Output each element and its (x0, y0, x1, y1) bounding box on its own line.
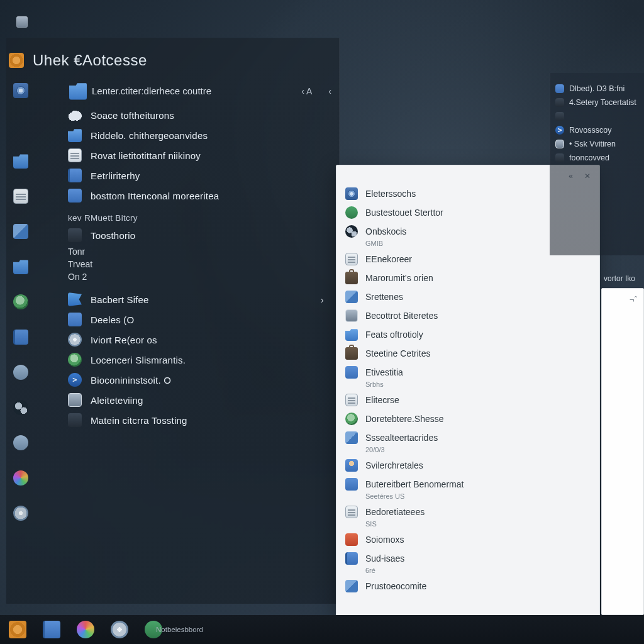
header-back-icon[interactable]: ‹ A (301, 86, 312, 96)
bgwin-line-text: • Ssk Vvitiren (569, 140, 616, 148)
start-plain-item[interactable]: Tonr (38, 245, 334, 258)
start-menu-item[interactable]: Bioconininstsoit. O (38, 370, 334, 390)
start-menu-item[interactable]: Riddelo. chithergeoanvides (38, 125, 334, 145)
box-icon (555, 140, 564, 148)
folder-icon (68, 128, 82, 142)
flyout-item-label: Onbskocis (365, 226, 406, 236)
brief-icon (345, 347, 358, 360)
flyout-item[interactable]: Steetine Cetrites (343, 344, 593, 363)
flyout-item[interactable]: Elitecrse (343, 391, 593, 409)
flyout-item[interactable]: Sud-isaes (343, 549, 593, 568)
flyout-item[interactable]: Prustoeocomite (343, 577, 593, 596)
link-icon[interactable] (13, 435, 28, 450)
flyout-item-sublabel: 20/0/3 (343, 446, 593, 456)
disc-icon[interactable] (13, 506, 28, 521)
taskbar-item[interactable] (43, 621, 60, 638)
bgwin-line: • Ssk Vvitiren (555, 137, 639, 151)
folder-icon[interactable] (13, 259, 28, 274)
flyout-item-sublabel: 6ré (343, 567, 593, 577)
taskbar-item[interactable] (77, 621, 94, 638)
globe-icon (345, 413, 358, 425)
flyout-item[interactable]: Srettenes (343, 287, 593, 306)
bgwin-line: fooncovved (555, 151, 639, 165)
globe-icon[interactable] (13, 294, 28, 309)
disc-icon (111, 621, 128, 638)
flyout-item-label: Bustestouet Sterttor (365, 208, 443, 218)
start-menu-item-label: bosttom Ittenconal moreeritea (91, 191, 219, 201)
brief-icon (345, 272, 358, 284)
flyout-item[interactable]: Feats oftrotioly (343, 325, 593, 344)
start-menu-item[interactable]: Bacbert Sifee› (38, 289, 334, 309)
link-icon[interactable] (13, 365, 28, 380)
taskbar-item[interactable]: Notbeiesbbord (145, 621, 203, 638)
book-icon (43, 621, 60, 638)
doc-icon[interactable] (13, 189, 28, 204)
start-menu-item-label: Matein citcrra Tossting (91, 415, 187, 426)
camera-icon[interactable] (13, 83, 28, 98)
globe-icon (68, 353, 82, 367)
start-menu-item[interactable]: Toosthorio (38, 225, 334, 245)
flyout-item-label: Elitecrse (365, 395, 399, 405)
paint-icon[interactable] (13, 470, 28, 486)
doc-icon (68, 148, 82, 162)
cloud-icon (68, 108, 82, 122)
start-menu-item[interactable]: Locenceri Slismrantis. (38, 350, 334, 370)
flyout-item[interactable]: Etivestitia (343, 363, 593, 382)
flyout-item[interactable]: Becottrot Biteretes (343, 306, 593, 325)
cube-icon (345, 580, 358, 592)
book-icon[interactable] (13, 330, 28, 345)
start-menu-item[interactable]: bosttom Ittenconal moreeritea (38, 186, 334, 206)
green-icon (345, 206, 358, 219)
start-plain-item[interactable]: On 2 (38, 270, 334, 283)
flyout-item-label: Butereitbert Benomermat (365, 479, 464, 489)
start-menu-item[interactable]: Iviort Re(eor os (38, 330, 334, 350)
bgwin-line-text: Rovossscoy (569, 126, 611, 135)
flyout-item[interactable]: Bedoretiateees (343, 502, 593, 521)
folder-icon[interactable] (13, 153, 28, 169)
start-menu-item[interactable]: Aleiteteviing (38, 390, 334, 410)
heart-icon[interactable] (13, 118, 28, 133)
start-menu-item[interactable]: Matein citcrra Tossting (38, 410, 334, 430)
start-menu-item[interactable]: Deeles (O (38, 309, 334, 330)
book-icon (345, 552, 358, 565)
flyout-item[interactable]: Marorumit's orien (343, 269, 593, 287)
start-menu-item[interactable]: Rovat lietitotittanf niikinoy (38, 145, 334, 165)
flyout-item-label: Bedoretiateees (365, 507, 425, 517)
start-menu: Uhek €Aotcesse Lenter.ctiter:dlerhece co… (6, 38, 340, 604)
start-menu-item-label: Bacbert Sifee (91, 294, 149, 305)
flyout-item[interactable]: Svilerchretales (343, 456, 593, 475)
start-list: Lenter.ctiter:dlerhece couttre ‹ A ‹ Soa… (38, 82, 334, 597)
flyout-item-label: Svilerchretales (365, 460, 423, 470)
start-menu-item[interactable]: Eetrliriterhy (38, 165, 334, 186)
start-plain-item[interactable]: Trveat (38, 258, 334, 270)
flyout-item-label: Feats oftrotioly (365, 330, 423, 340)
cube-icon (345, 431, 358, 444)
taskbar-item[interactable] (111, 621, 128, 638)
note-window[interactable]: ¬ˆ (601, 288, 644, 615)
dark-icon (68, 228, 82, 242)
start-header-row[interactable]: Lenter.ctiter:dlerhece couttre ‹ A ‹ (38, 82, 334, 105)
gears-icon (345, 225, 358, 238)
bgwin-lower-text: vortor Iko (604, 274, 635, 283)
doc-icon (345, 506, 358, 518)
bgwin-line (555, 109, 639, 123)
header-forward-icon[interactable]: ‹ (328, 86, 331, 96)
flyout-item[interactable]: Butereitbert Benomermat (343, 475, 593, 494)
bgwin-line: 4.Setery Tocertatist (555, 96, 639, 109)
flyout-item[interactable]: Doretebtere.Shesse (343, 409, 593, 428)
flyout-item-sublabel: Srbhs (343, 380, 593, 391)
cube-icon[interactable] (13, 224, 28, 239)
flyout-item[interactable]: Sssealteertacrides (343, 428, 593, 447)
taskbar-item[interactable] (9, 621, 26, 638)
start-menu-item[interactable]: Soace toftheiturons (38, 105, 334, 125)
flyout-item-label: Sud-isaes (365, 553, 404, 564)
bgwin-line-text: 4.Setery Tocertatist (569, 98, 636, 107)
flyout-item-label: Prustoeocomite (365, 581, 426, 591)
flyout-item-label: Sssealteertacrides (365, 433, 438, 443)
gears-icon[interactable] (13, 400, 28, 415)
bgwin-line: Dlbed). D3 B:fni (555, 82, 639, 96)
flyout-item[interactable]: Soiomoxs (343, 530, 593, 549)
desktop-shortcut-icon[interactable] (16, 16, 28, 28)
flyout-item-label: Becottrot Biteretes (365, 311, 438, 321)
dark-icon (555, 112, 564, 121)
